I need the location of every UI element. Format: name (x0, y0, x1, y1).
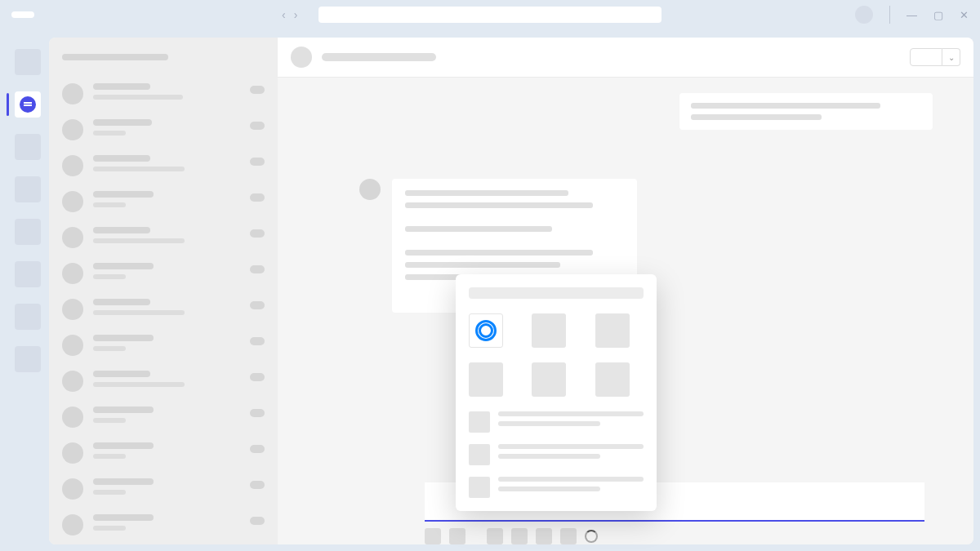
close-button[interactable]: ✕ (960, 9, 969, 21)
chat-name (93, 442, 154, 449)
chat-list (49, 38, 278, 544)
chat-list-item[interactable] (62, 263, 265, 284)
chat-list-item[interactable] (62, 514, 265, 535)
titlebar: ‹ › — ▢ ✕ (0, 0, 980, 29)
chat-name (93, 335, 154, 341)
message-line (405, 226, 552, 232)
chat-preview (93, 454, 126, 459)
chat-timestamp (250, 409, 265, 417)
chat-preview (93, 131, 126, 136)
attach-button[interactable] (449, 528, 466, 544)
message-line (405, 202, 593, 208)
format-button[interactable] (425, 528, 441, 544)
chat-preview (93, 346, 126, 351)
more-button[interactable] (560, 528, 577, 544)
profile-avatar[interactable] (855, 6, 873, 24)
chat-preview (93, 490, 126, 495)
app-menu-button[interactable] (11, 11, 34, 18)
chat-timestamp (250, 193, 265, 202)
sender-avatar[interactable] (359, 179, 381, 200)
chat-list-item[interactable] (62, 442, 265, 464)
window-controls: — ▢ ✕ (855, 6, 969, 24)
chat-list-item[interactable] (62, 299, 265, 320)
chat-avatar (62, 83, 83, 104)
prezi-icon (475, 320, 497, 341)
chat-name (93, 263, 154, 269)
app-tile[interactable] (532, 313, 566, 348)
message-line (405, 262, 560, 268)
header-action: ⌄ (910, 48, 960, 66)
app-picker-search-input[interactable] (469, 287, 644, 299)
app-tile[interactable] (595, 313, 630, 348)
separator (889, 6, 890, 24)
chat-avatar (62, 514, 83, 535)
header-action-button[interactable] (910, 48, 942, 66)
app-list-subtitle (498, 487, 600, 491)
chat-timestamp (250, 229, 265, 238)
rail-teams[interactable] (15, 134, 41, 160)
emoji-button[interactable] (487, 528, 503, 544)
minimize-button[interactable]: — (906, 9, 917, 21)
chat-timestamp (250, 158, 265, 166)
app-picker-popover (456, 274, 657, 511)
chat-preview (93, 418, 126, 423)
maximize-button[interactable]: ▢ (933, 9, 943, 21)
rail-chat[interactable] (15, 91, 41, 118)
chat-timestamp (250, 301, 265, 309)
chat-avatar (62, 155, 83, 176)
rail-more[interactable] (15, 346, 41, 372)
rail-calendar[interactable] (15, 176, 41, 202)
app-tile[interactable] (532, 362, 566, 397)
chat-avatar (62, 478, 83, 500)
app-tile[interactable] (469, 362, 503, 397)
message-outgoing[interactable] (679, 93, 933, 130)
app-tile-prezi[interactable] (469, 313, 503, 348)
chat-preview (93, 310, 185, 315)
nav-arrows: ‹ › (282, 8, 297, 21)
conversation-avatar[interactable] (291, 47, 312, 68)
chat-list-item[interactable] (62, 227, 265, 248)
chat-list-item[interactable] (62, 155, 265, 176)
forward-arrow-icon[interactable]: › (294, 8, 298, 21)
rail-files[interactable] (15, 261, 41, 287)
conversation-title (322, 53, 436, 61)
back-arrow-icon[interactable]: ‹ (282, 8, 286, 21)
chat-name (93, 407, 154, 413)
app-list-title (498, 444, 644, 449)
chat-preview (93, 95, 183, 100)
sticker-button[interactable] (536, 528, 552, 544)
chat-avatar (62, 191, 83, 212)
app-list-title (498, 477, 644, 482)
chat-list-item[interactable] (62, 371, 265, 392)
app-list-thumb (469, 477, 490, 498)
chat-list-header (62, 54, 168, 60)
rail-activity[interactable] (15, 49, 41, 75)
chat-avatar (62, 371, 83, 392)
chat-avatar (62, 263, 83, 284)
chat-list-item[interactable] (62, 83, 265, 104)
app-list-item[interactable] (469, 444, 644, 465)
chat-list-item[interactable] (62, 478, 265, 500)
chat-list-item[interactable] (62, 335, 265, 356)
chat-preview (93, 202, 126, 207)
chat-timestamp (250, 265, 265, 273)
search-input[interactable] (318, 7, 662, 23)
chat-name (93, 191, 154, 198)
chat-avatar (62, 335, 83, 356)
chat-timestamp (250, 86, 265, 94)
compose-toolbar (425, 528, 598, 544)
chat-list-item[interactable] (62, 119, 265, 140)
chat-avatar (62, 442, 83, 464)
app-tile[interactable] (595, 362, 630, 397)
app-list-item[interactable] (469, 477, 644, 498)
chat-list-item[interactable] (62, 407, 265, 428)
message-line (405, 190, 568, 196)
header-action-dropdown[interactable]: ⌄ (942, 48, 960, 66)
rail-calls[interactable] (15, 219, 41, 245)
rail-apps[interactable] (15, 304, 41, 330)
chat-list-item[interactable] (62, 191, 265, 212)
chat-avatar (62, 299, 83, 320)
message-line (691, 114, 822, 120)
gif-button[interactable] (511, 528, 528, 544)
app-list-item[interactable] (469, 411, 644, 433)
